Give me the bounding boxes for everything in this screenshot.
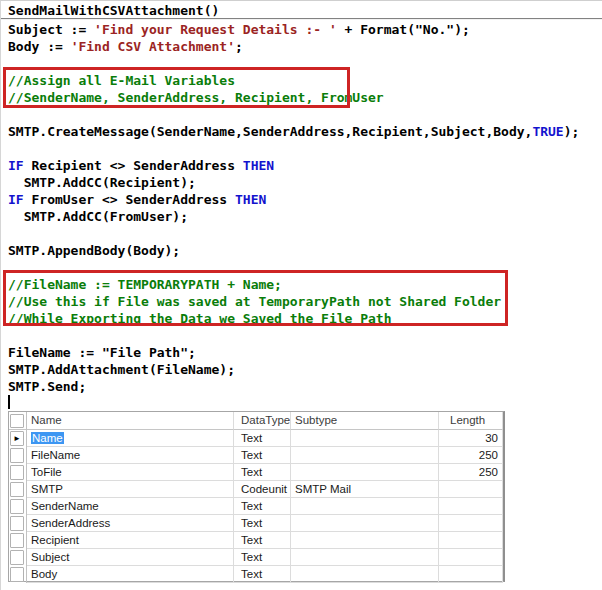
row-selector-box[interactable]: [10, 516, 24, 531]
var-cell-datatype[interactable]: Text: [234, 447, 291, 464]
var-cell-subtype[interactable]: SMTP Mail: [291, 481, 439, 498]
var-cell-datatype[interactable]: Text: [234, 430, 291, 447]
row-selector-box[interactable]: ►: [10, 431, 24, 446]
var-cell-name[interactable]: ToFile: [27, 464, 234, 481]
var-cell-datatype[interactable]: Codeunit: [234, 481, 291, 498]
code-line[interactable]: IF FromUser <> SenderAddress THEN: [8, 192, 602, 209]
var-cell-name[interactable]: SenderName: [27, 498, 234, 515]
code-text: Recipient <> SenderAddress: [31, 158, 242, 173]
var-cell-length[interactable]: [439, 532, 503, 549]
var-cell-name[interactable]: SMTP: [27, 481, 234, 498]
var-cell-length[interactable]: 250: [439, 464, 503, 481]
var-cell-length[interactable]: [439, 549, 503, 566]
row-selector[interactable]: [9, 464, 27, 481]
variables-table: NameDataTypeSubtypeLength►NameText30File…: [8, 411, 505, 582]
code-line[interactable]: SMTP.AppendBody(Body);: [8, 243, 602, 260]
var-cell-subtype[interactable]: [291, 498, 439, 515]
var-cell-datatype[interactable]: Text: [234, 515, 291, 532]
var-cell-datatype[interactable]: Text: [234, 549, 291, 566]
var-cell-datatype[interactable]: Text: [234, 566, 291, 583]
var-cell-datatype[interactable]: Text: [234, 498, 291, 515]
code-line[interactable]: //Assign all E-Mail Variables: [8, 73, 602, 90]
var-cell-length[interactable]: [439, 481, 503, 498]
code-line[interactable]: [8, 56, 602, 73]
code-line[interactable]: FileName := "File Path";: [8, 345, 602, 362]
code-text: SMTP.AppendBody(Body);: [8, 243, 180, 258]
row-selector[interactable]: [9, 447, 27, 464]
var-cell-subtype[interactable]: [291, 464, 439, 481]
var-cell-length[interactable]: [439, 515, 503, 532]
var-cell-name[interactable]: SenderAddress: [27, 515, 234, 532]
row-selector-box[interactable]: [10, 567, 24, 582]
code-line[interactable]: //Use this if File was saved at Temporar…: [8, 294, 602, 311]
code-text: ;: [235, 39, 243, 54]
variable-row: ►NameText30: [9, 430, 503, 447]
column-header-datatype[interactable]: DataType: [234, 412, 291, 430]
code-line[interactable]: [8, 226, 602, 243]
row-selector-box: [10, 414, 24, 428]
code-line[interactable]: SMTP.AddCC(Recipient);: [8, 175, 602, 192]
var-cell-subtype[interactable]: [291, 566, 439, 583]
code-line[interactable]: [8, 328, 602, 345]
row-selector[interactable]: [9, 532, 27, 549]
row-selector[interactable]: [9, 515, 27, 532]
code-line[interactable]: //While Exporting the Data we Saved the …: [8, 311, 602, 328]
code-string: 'Find CSV Attachment': [71, 39, 235, 54]
code-line[interactable]: SMTP.CreateMessage(SenderName,SenderAddr…: [8, 124, 602, 141]
row-selector[interactable]: ►: [9, 430, 27, 447]
row-selector-box[interactable]: [10, 448, 24, 463]
code-text: SMTP.Send;: [8, 379, 86, 394]
code-line[interactable]: SMTP.Send;: [8, 379, 602, 396]
code-line[interactable]: [8, 141, 602, 158]
row-selector-box[interactable]: [10, 550, 24, 565]
row-selector[interactable]: [9, 481, 27, 498]
var-cell-name[interactable]: Subject: [27, 549, 234, 566]
var-cell-subtype[interactable]: [291, 532, 439, 549]
var-cell-length[interactable]: 250: [439, 447, 503, 464]
text-caret: [8, 395, 10, 409]
code-line[interactable]: //SenderName, SenderAddress, Recipient, …: [8, 90, 602, 107]
variables-header-row: NameDataTypeSubtypeLength: [9, 412, 503, 430]
row-selector[interactable]: [9, 498, 27, 515]
var-cell-name[interactable]: FileName: [27, 447, 234, 464]
code-line[interactable]: Body := 'Find CSV Attachment';: [8, 39, 602, 56]
var-cell-subtype[interactable]: [291, 549, 439, 566]
selected-cell-text[interactable]: Name: [31, 432, 64, 444]
var-cell-datatype[interactable]: Text: [234, 464, 291, 481]
column-header-subtype[interactable]: Subtype: [291, 412, 439, 430]
row-selector-box[interactable]: [10, 533, 24, 548]
var-cell-name[interactable]: Body: [27, 566, 234, 583]
code-line[interactable]: SMTP.AddAttachment(FileName);: [8, 362, 602, 379]
code-comment: //Use this if File was saved at Temporar…: [8, 294, 501, 309]
var-cell-datatype[interactable]: Text: [234, 532, 291, 549]
var-cell-length[interactable]: [439, 498, 503, 515]
row-selector[interactable]: [9, 549, 27, 566]
cal-editor-window: SendMailWithCSVAttachment() Subject := '…: [0, 0, 602, 590]
code-comment: //SenderName, SenderAddress, Recipient, …: [8, 90, 384, 105]
var-cell-name[interactable]: Name: [27, 430, 234, 447]
code-line[interactable]: [8, 260, 602, 277]
column-header-name[interactable]: Name: [27, 412, 234, 430]
row-selector-box[interactable]: [10, 482, 24, 497]
var-cell-length[interactable]: 30: [439, 430, 503, 447]
code-line[interactable]: Subject := 'Find your Request Details :-…: [8, 22, 602, 39]
code-line[interactable]: [8, 107, 602, 124]
code-keyword: IF: [8, 192, 31, 207]
variable-row: SenderAddressText: [9, 515, 503, 532]
row-selector[interactable]: [9, 566, 27, 583]
column-header-length[interactable]: Length: [439, 412, 503, 430]
code-line[interactable]: SMTP.AddCC(FromUser);: [8, 209, 602, 226]
code-text: );: [564, 124, 580, 139]
code-line[interactable]: //FileName := TEMPORARYPATH + Name;: [8, 277, 602, 294]
row-selector-box[interactable]: [10, 499, 24, 514]
var-cell-length[interactable]: [439, 566, 503, 583]
code-line[interactable]: IF Recipient <> SenderAddress THEN: [8, 158, 602, 175]
code-text: Body :=: [8, 39, 71, 54]
var-cell-subtype[interactable]: [291, 515, 439, 532]
code-keyword: IF: [8, 158, 31, 173]
row-selector-box[interactable]: [10, 465, 24, 480]
var-cell-subtype[interactable]: [291, 430, 439, 447]
var-cell-name[interactable]: Recipient: [27, 532, 234, 549]
var-cell-subtype[interactable]: [291, 447, 439, 464]
code-editor[interactable]: Subject := 'Find your Request Details :-…: [8, 22, 602, 396]
